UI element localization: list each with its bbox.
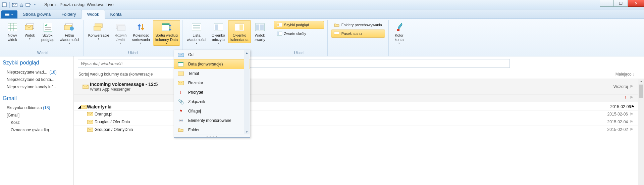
tab-accounts[interactable]: Konta: [105, 10, 127, 18]
sort-direction[interactable]: Malejąco ↓: [615, 72, 635, 77]
dropdown-item-attachment[interactable]: 📎Załącznik: [174, 97, 250, 106]
flag-icon[interactable]: ⚑: [628, 95, 635, 100]
folder-small-icon: [334, 22, 339, 28]
dropdown-item-flag[interactable]: ⚑Oflaguj: [174, 106, 250, 116]
home-icon[interactable]: [18, 2, 24, 8]
collapse-icon[interactable]: ◢: [78, 104, 81, 109]
svg-rect-50: [178, 62, 183, 63]
dropdown-resize-grip[interactable]: • • • •: [174, 135, 250, 137]
status-bar-icon: [334, 31, 339, 36]
conversations-button[interactable]: Konwersacje ▾: [86, 20, 112, 41]
compact-shortcuts-toggle[interactable]: Zwarte skróty: [274, 30, 324, 38]
message-row-selected[interactable]: Incoming voicemessage - 12:5 Whats App M…: [74, 79, 644, 94]
read-pane-icon: [213, 22, 224, 33]
dropdown-item-priority[interactable]: !Priorytet: [174, 88, 250, 97]
chevron-down-icon: ▾: [69, 42, 70, 45]
file-menu-button[interactable]: ▾: [1, 10, 17, 18]
main-area: Szybki podgląd Nieprzeczytane wiad... (1…: [0, 56, 644, 185]
flag-icon[interactable]: ⚑: [628, 120, 635, 124]
sidebar-item-unread-contacts[interactable]: Nieprzeczytane od konta...: [3, 76, 71, 83]
svg-rect-2: [26, 3, 30, 6]
envelopes-icon: [24, 22, 35, 33]
minimize-button[interactable]: —: [600, 0, 614, 7]
dropdown-item-from[interactable]: Od: [174, 50, 250, 59]
dropdown-item-subject[interactable]: Temat: [174, 69, 250, 78]
svg-rect-4: [5, 14, 9, 15]
new-view-button[interactable]: Nowy widok: [4, 20, 21, 43]
cal-pane-icon: [234, 22, 245, 33]
account-color-button[interactable]: Kolor konta ▾: [391, 20, 408, 46]
reading-pane-button[interactable]: Okienko odczytu ▾: [209, 20, 227, 46]
tab-home[interactable]: Strona główna: [17, 10, 56, 18]
flag-icon[interactable]: ⚑: [628, 84, 635, 89]
list-pane-icon: [191, 22, 202, 33]
chevron-down-icon: ▾: [120, 42, 121, 45]
chevron-down-icon: ▾: [98, 38, 99, 40]
ribbon-group-views: Nowy widok Widok ▾ Szybki podgląd Filtru…: [2, 20, 84, 56]
chevron-down-icon: ▾: [29, 38, 31, 40]
sidebar-heading-gmail: Gmail: [3, 95, 71, 101]
folder-icon: [177, 127, 184, 133]
view-button[interactable]: Widok ▾: [21, 20, 38, 41]
scroll-thumb[interactable]: [639, 85, 643, 98]
window-controls: — ❐ ✕: [600, 0, 644, 7]
tab-folders[interactable]: Foldery: [56, 10, 81, 18]
scroll-up-icon[interactable]: ▲: [244, 50, 250, 55]
compact-view-button[interactable]: Widok zwarty: [252, 20, 268, 43]
flag-icon[interactable]: ⚑: [631, 104, 635, 109]
send-receive-icon[interactable]: [25, 2, 31, 8]
priority-icon: !: [623, 95, 628, 100]
flag-icon[interactable]: ⚑: [628, 112, 635, 117]
maximize-button[interactable]: ❐: [614, 0, 628, 7]
message-row[interactable]: Orange.pl 2015-02-06 ⚑: [74, 110, 644, 118]
sort-by-column-button[interactable]: Sortuj według kolumny Data ▾: [153, 20, 180, 46]
app-menu-icon[interactable]: [1, 2, 7, 8]
pane-orange-icon: [277, 22, 282, 28]
svg-rect-3: [5, 13, 9, 13]
content-area: Sortuj według kolumny data (konwersacje …: [74, 56, 644, 185]
expand-collapse-button[interactable]: Rozwiń /zwiń ▾: [112, 20, 129, 46]
dropdown-scrollbar[interactable]: ▲ ▼: [244, 50, 250, 134]
mail-size-icon: [177, 80, 184, 86]
window-title: Spam - Poczta usługi Windows Live: [44, 2, 114, 7]
calendar-pane-button[interactable]: Okienko kalendarza: [228, 20, 251, 43]
sort-label[interactable]: Sortuj według kolumny data (konwersacje: [78, 72, 153, 77]
close-button[interactable]: ✕: [628, 0, 644, 7]
dropdown-item-watched[interactable]: 👓Elementy monitorowane: [174, 116, 250, 125]
scroll-down-icon[interactable]: ▼: [244, 130, 250, 134]
sort-order-button[interactable]: Kolejność sortowania ▾: [130, 20, 152, 46]
group-header-walentynki[interactable]: ◢ Walentynki 2015-02-06 ⚑: [74, 102, 644, 110]
flag-icon[interactable]: ⚑: [628, 127, 635, 132]
sidebar-item-unread-feeds[interactable]: Nieprzeczytane kanały inf...: [3, 83, 71, 91]
sidebar-item-inbox[interactable]: Skrzynka odbiorcza (18): [3, 104, 71, 111]
mail-icon: [83, 85, 90, 89]
sidebar-item-gmail[interactable]: [Gmail]: [3, 111, 71, 119]
message-list-button[interactable]: Lista wiadomości ▾: [184, 20, 208, 46]
ribbon-group-layout-2: Szybki podgląd Zwarte skróty Układ: [270, 20, 328, 56]
chevron-down-icon: ▾: [398, 42, 400, 45]
message-row[interactable]: Douglas / OfertDnia 2015-02-04 ⚑: [74, 118, 644, 126]
dropdown-item-date[interactable]: Data (konwersacje): [174, 59, 250, 69]
quick-preview-button[interactable]: Szybki podgląd: [39, 20, 57, 43]
new-mail-icon[interactable]: [12, 2, 18, 8]
sidebar-item-starred[interactable]: Oznaczone gwiazdką: [3, 126, 71, 134]
status-bar-toggle[interactable]: Pasek stanu: [331, 30, 385, 38]
filter-messages-button[interactable]: Filtruj wiadomości ▾: [57, 20, 81, 46]
ribbon: Nowy widok Widok ▾ Szybki podgląd Filtru…: [0, 19, 644, 56]
sidebar-item-unread-mail[interactable]: Nieprzeczytane wiad... (18): [3, 68, 71, 76]
sidebar-item-trash[interactable]: Kosz: [3, 119, 71, 126]
scrollbar[interactable]: ▲: [638, 79, 644, 185]
quick-preview-toggle[interactable]: Szybki podgląd: [274, 21, 324, 29]
dropdown-item-size[interactable]: Rozmiar: [174, 78, 250, 88]
qat-dropdown-icon[interactable]: ▾: [32, 2, 38, 8]
mail-from-icon: [177, 52, 184, 57]
mail-icon: [81, 105, 87, 109]
storage-folders-toggle[interactable]: Foldery przechowywania: [331, 21, 385, 29]
dropdown-item-folder[interactable]: Folder: [174, 125, 250, 135]
tab-view[interactable]: Widok: [81, 10, 105, 19]
message-row[interactable]: Groupon / OfertyDnia 2015-02-02 ⚑: [74, 126, 644, 133]
quick-access-toolbar: ▾: [1, 2, 42, 8]
sort-column-dropdown: Od Data (konwersacje) Temat Rozmiar !Pri…: [174, 50, 250, 138]
search-input[interactable]: [78, 59, 510, 68]
scroll-up-icon[interactable]: ▲: [638, 79, 644, 84]
